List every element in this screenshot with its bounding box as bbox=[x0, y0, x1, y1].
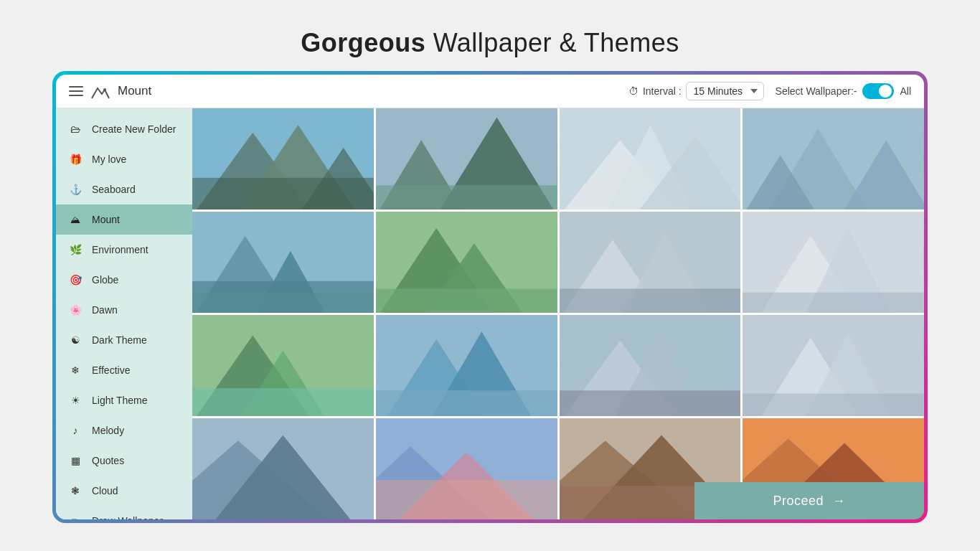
dark-theme-icon: ☯ bbox=[67, 332, 83, 348]
my-love-icon: 🎁 bbox=[67, 151, 83, 167]
topbar-right: ⏱ Interval : 5 Minutes 10 Minutes 15 Min… bbox=[628, 82, 911, 100]
sidebar-label-melody: Melody bbox=[92, 425, 124, 436]
sidebar-item-my-love[interactable]: 🎁My love bbox=[56, 144, 192, 174]
wallpaper-cell-14[interactable] bbox=[376, 418, 557, 519]
sidebar-item-dark-theme[interactable]: ☯Dark Theme bbox=[56, 325, 192, 355]
sidebar-item-create-new-folder[interactable]: 🗁Create New Folder bbox=[56, 114, 192, 144]
sidebar-label-create-new-folder: Create New Folder bbox=[92, 123, 176, 135]
wallpaper-cell-3[interactable] bbox=[560, 108, 741, 209]
hamburger-menu[interactable] bbox=[69, 86, 83, 96]
topbar: Mount ⏱ Interval : 5 Minutes 10 Minutes … bbox=[56, 75, 924, 108]
sidebar-item-seaboard[interactable]: ⚓Seaboard bbox=[56, 174, 192, 204]
environment-icon: 🌿 bbox=[67, 242, 83, 258]
quotes-icon: ▦ bbox=[67, 453, 83, 468]
seaboard-icon: ⚓ bbox=[67, 182, 83, 197]
sidebar-item-melody[interactable]: ♪Melody bbox=[56, 415, 192, 446]
wallpaper-toggle[interactable] bbox=[862, 83, 894, 99]
svg-rect-57 bbox=[376, 480, 557, 519]
clock-icon: ⏱ bbox=[628, 85, 639, 97]
interval-select[interactable]: 5 Minutes 10 Minutes 15 Minutes 30 Minut… bbox=[686, 82, 764, 100]
wallpaper-cell-7[interactable] bbox=[560, 212, 741, 313]
svg-rect-38 bbox=[192, 388, 374, 416]
svg-rect-42 bbox=[376, 390, 557, 416]
sidebar-label-seaboard: Seaboard bbox=[92, 184, 136, 195]
wallpaper-select-control: Select Wallpaper:- All bbox=[776, 83, 911, 99]
interval-label-text: Interval : bbox=[643, 85, 682, 97]
proceed-arrow-icon: → bbox=[832, 494, 846, 509]
wallpaper-cell-2[interactable] bbox=[376, 108, 557, 209]
dawn-icon: 🌸 bbox=[67, 302, 83, 318]
sidebar-item-draw-wallpaper[interactable]: ✏Draw Wallpaper bbox=[56, 506, 192, 519]
wallpaper-cell-11[interactable] bbox=[560, 315, 741, 416]
svg-rect-5 bbox=[192, 178, 374, 209]
sidebar-label-globe: Globe bbox=[92, 274, 118, 286]
wallpaper-cell-1[interactable] bbox=[192, 108, 374, 209]
sidebar-label-dawn: Dawn bbox=[92, 304, 118, 316]
sidebar-label-cloud: Cloud bbox=[92, 485, 118, 496]
sidebar-label-mount: Mount bbox=[92, 214, 120, 225]
proceed-label: Proceed bbox=[773, 494, 824, 509]
wallpaper-select-label: Select Wallpaper:- bbox=[776, 85, 857, 97]
sidebar-item-cloud[interactable]: ❃Cloud bbox=[56, 476, 192, 506]
wallpaper-cell-5[interactable] bbox=[192, 212, 374, 313]
topbar-left: Mount bbox=[69, 83, 620, 100]
wallpaper-cell-6[interactable] bbox=[376, 212, 557, 313]
sidebar-item-light-theme[interactable]: ☀Light Theme bbox=[56, 385, 192, 415]
interval-control: ⏱ Interval : 5 Minutes 10 Minutes 15 Min… bbox=[628, 82, 764, 100]
sidebar-label-effective: Effective bbox=[92, 364, 130, 376]
svg-rect-30 bbox=[560, 288, 741, 313]
topbar-category: Mount bbox=[118, 84, 151, 98]
svg-rect-34 bbox=[743, 293, 924, 313]
sidebar-label-light-theme: Light Theme bbox=[92, 395, 148, 406]
sidebar: 🗁Create New Folder🎁My love⚓Seaboard⛰Moun… bbox=[56, 108, 192, 519]
svg-rect-9 bbox=[376, 185, 557, 209]
sidebar-item-effective[interactable]: ❄Effective bbox=[56, 355, 192, 385]
app-inner: Mount ⏱ Interval : 5 Minutes 10 Minutes … bbox=[56, 75, 924, 519]
svg-rect-22 bbox=[192, 293, 374, 313]
draw-wallpaper-icon: ✏ bbox=[67, 513, 83, 519]
light-theme-icon: ☀ bbox=[67, 392, 83, 408]
sidebar-label-dark-theme: Dark Theme bbox=[92, 334, 147, 346]
sidebar-label-quotes: Quotes bbox=[92, 455, 124, 466]
svg-rect-50 bbox=[743, 393, 924, 416]
wallpaper-cell-4[interactable] bbox=[743, 108, 924, 209]
app-frame: Mount ⏱ Interval : 5 Minutes 10 Minutes … bbox=[52, 71, 928, 523]
svg-rect-26 bbox=[376, 288, 557, 313]
wallpaper-cell-12[interactable] bbox=[743, 315, 924, 416]
effective-icon: ❄ bbox=[67, 362, 83, 378]
sidebar-item-environment[interactable]: 🌿Environment bbox=[56, 235, 192, 265]
sidebar-label-draw-wallpaper: Draw Wallpaper bbox=[92, 515, 163, 519]
sidebar-label-my-love: My love bbox=[92, 154, 126, 165]
proceed-button[interactable]: Proceed → bbox=[694, 482, 924, 519]
content-area: 🗁Create New Folder🎁My love⚓Seaboard⛰Moun… bbox=[56, 108, 924, 519]
sidebar-item-dawn[interactable]: 🌸Dawn bbox=[56, 295, 192, 325]
create-new-folder-icon: 🗁 bbox=[67, 121, 83, 137]
sidebar-item-mount[interactable]: ⛰Mount bbox=[56, 204, 192, 235]
page-title: Gorgeous Wallpaper & Themes bbox=[301, 28, 679, 58]
wallpaper-select-value: All bbox=[900, 85, 911, 97]
sidebar-item-globe[interactable]: 🎯Globe bbox=[56, 265, 192, 295]
wallpaper-cell-10[interactable] bbox=[376, 315, 557, 416]
svg-rect-46 bbox=[560, 390, 741, 416]
mount-icon bbox=[90, 83, 110, 100]
sidebar-item-quotes[interactable]: ▦Quotes bbox=[56, 446, 192, 476]
svg-point-0 bbox=[103, 88, 106, 91]
cloud-icon: ❃ bbox=[67, 483, 83, 499]
wallpaper-grid: Proceed → bbox=[192, 108, 924, 519]
melody-icon: ♪ bbox=[67, 423, 83, 438]
mount-icon: ⛰ bbox=[67, 212, 83, 227]
wallpaper-cell-13[interactable] bbox=[192, 418, 374, 519]
sidebar-label-environment: Environment bbox=[92, 244, 149, 255]
wallpaper-cell-9[interactable] bbox=[192, 315, 374, 416]
globe-icon: 🎯 bbox=[67, 272, 83, 288]
wallpaper-cell-8[interactable] bbox=[743, 212, 924, 313]
